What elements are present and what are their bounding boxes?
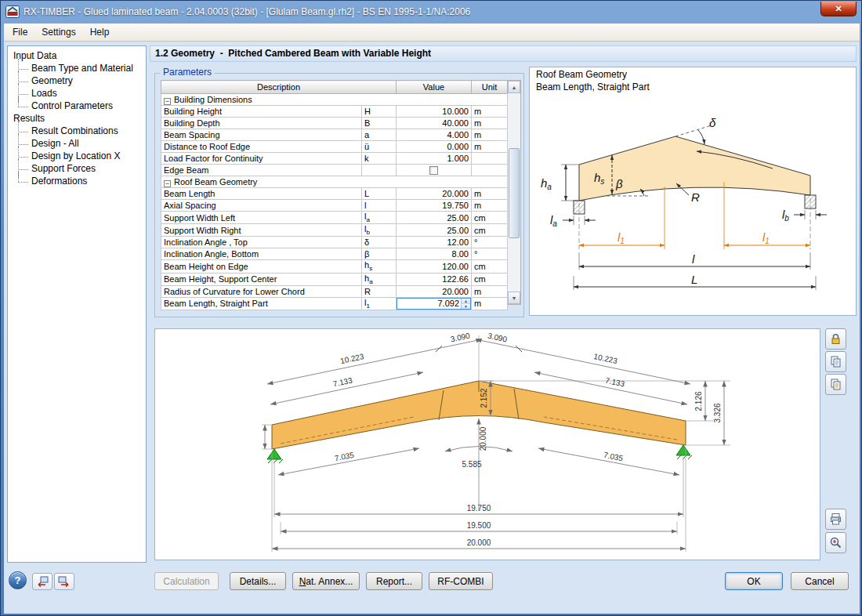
parameter-row[interactable]: Edge Beam — [161, 165, 508, 176]
save-view-button[interactable] — [825, 374, 846, 395]
sidebar-item-deformations[interactable]: Deformations — [8, 175, 146, 187]
label-R: R — [691, 190, 700, 204]
menu-file[interactable]: File — [5, 24, 34, 41]
param-value[interactable]: 20.000 — [397, 285, 472, 297]
parameter-group-row[interactable]: −Building Dimensions — [161, 94, 508, 106]
param-value[interactable]: 40.000 — [397, 118, 472, 129]
titlebar[interactable]: RX-TIMBER - Glued laminated beam - 2.04.… — [1, 1, 861, 23]
print-graphic-button[interactable] — [825, 509, 846, 530]
parameters-label: Parameters — [160, 67, 215, 78]
copy-page-icon — [829, 355, 842, 368]
help-button[interactable]: ? — [9, 571, 27, 589]
param-value[interactable]: 25.00 — [397, 224, 472, 237]
dim-arc-length: 5.585 — [462, 460, 481, 469]
nav-next-button[interactable] — [54, 573, 74, 590]
calculation-button[interactable]: Calculation — [154, 572, 219, 590]
parameter-row[interactable]: Beam Height, Support Centerha122.66cm — [161, 273, 508, 285]
parameter-row[interactable]: Support Width Leftla25.00cm — [161, 212, 508, 224]
param-symbol: ü — [362, 141, 397, 153]
parameter-row[interactable]: Beam LengthL20.000m — [161, 188, 508, 200]
param-description: Edge Beam — [161, 165, 362, 176]
content-header: 1.2 Geometry - Pitched Cambered Beam wit… — [150, 45, 857, 62]
label-beta: β — [615, 177, 623, 190]
parameter-row[interactable]: Axial Spacingl19.750m — [161, 200, 508, 212]
param-value[interactable]: 0.000 — [397, 141, 472, 153]
copy-view-button[interactable] — [825, 351, 846, 372]
scroll-up-icon: ▲ — [512, 85, 517, 90]
scroll-down-button[interactable]: ▼ — [508, 292, 520, 304]
window-title: RX-TIMBER - Glued laminated beam - 2.04.… — [24, 6, 470, 17]
parameter-row[interactable]: Inclination Angle, Bottomβ8.00° — [161, 248, 508, 260]
param-value-cell — [397, 165, 472, 176]
sidebar-item-design-by-location-x[interactable]: Design by Location X — [8, 150, 146, 162]
param-value[interactable]: 1.000 — [397, 153, 472, 165]
param-description: Axial Spacing — [161, 200, 362, 212]
param-value[interactable]: 122.66 — [397, 273, 472, 285]
cancel-button[interactable]: Cancel — [791, 572, 849, 590]
parameter-row[interactable]: Inclination Angle , Topδ12.00° — [161, 237, 508, 248]
param-value[interactable]: 4.000 — [397, 129, 472, 141]
edge-beam-checkbox[interactable] — [429, 166, 438, 175]
param-value[interactable]: 8.00 — [397, 248, 472, 260]
zoom-extents-button[interactable] — [825, 532, 846, 553]
sidebar-item-geometry[interactable]: Geometry — [8, 74, 146, 87]
param-symbol: R — [362, 285, 397, 297]
parameter-row[interactable]: Building HeightH10.000m — [161, 106, 508, 118]
parameter-row[interactable]: Beam Length, Straight Partl17.092▲▼m — [161, 297, 508, 310]
parameter-row[interactable]: Building DepthB40.000m — [161, 118, 508, 129]
collapse-icon[interactable]: − — [164, 98, 171, 105]
sidebar-item-control-parameters[interactable]: Control Parameters — [8, 100, 146, 112]
parameter-row[interactable]: Distance to Roof Edgeü0.000m — [161, 141, 508, 153]
parameter-row[interactable]: Beam Height on Edgehs120.00cm — [161, 260, 508, 273]
param-value[interactable]: 120.00 — [397, 260, 472, 273]
menu-help[interactable]: Help — [83, 24, 117, 41]
spinner-up-button[interactable]: ▲ — [462, 299, 470, 304]
nat-annex-button[interactable]: Nat. Annex... — [292, 572, 360, 590]
scroll-up-button[interactable]: ▲ — [508, 81, 520, 93]
rf-combi-button[interactable]: RF-COMBI — [429, 572, 493, 590]
parameter-row[interactable]: Radius of Curvature for Lower ChordR20.0… — [161, 285, 508, 297]
close-button[interactable]: ✕ — [820, 2, 857, 16]
sidebar-section-input-data[interactable]: Input Data — [8, 49, 146, 62]
window-arrow-right-icon — [58, 576, 71, 587]
diagram-subtitle: Beam Length, Straight Part — [530, 80, 856, 92]
sidebar-item-support-forces[interactable]: Support Forces — [8, 162, 146, 175]
sidebar-item-result-combinations[interactable]: Result Combinations — [8, 125, 146, 137]
parameters-scrollbar[interactable]: ▲ ▼ — [508, 80, 521, 305]
spinner-down-button[interactable]: ▼ — [462, 304, 470, 309]
diagram-title: Roof Beam Geometry — [530, 67, 856, 80]
scrollbar-thumb[interactable] — [509, 148, 520, 238]
nav-previous-button[interactable] — [32, 573, 53, 590]
lock-button[interactable] — [825, 328, 846, 350]
scrollbar-track[interactable] — [508, 93, 520, 292]
param-value[interactable]: 12.00 — [397, 237, 472, 248]
sidebar-item-design-all[interactable]: Design - All — [8, 137, 146, 150]
column-header-value[interactable]: Value — [397, 81, 472, 94]
param-description: Radius of Curvature for Lower Chord — [161, 285, 362, 297]
ok-button[interactable]: OK — [725, 572, 783, 590]
sidebar-item-beam-type-and-material[interactable]: Beam Type and Material — [8, 62, 146, 74]
parameter-group-row[interactable]: −Roof Beam Geometry — [161, 176, 508, 188]
parameter-row[interactable]: Beam Spacinga4.000m — [161, 129, 508, 141]
param-value[interactable]: 20.000 — [397, 188, 472, 200]
param-description: Inclination Angle, Bottom — [161, 248, 362, 260]
value-spinner[interactable]: 7.092▲▼ — [397, 298, 471, 310]
dim-right-total: 3.326 — [713, 403, 722, 422]
details-button[interactable]: Details... — [230, 572, 286, 590]
param-value[interactable]: 19.750 — [397, 200, 472, 212]
param-symbol: a — [362, 129, 397, 141]
spinner-value[interactable]: 7.092 — [397, 299, 461, 309]
collapse-icon[interactable]: − — [164, 180, 171, 187]
report-button[interactable]: Report... — [366, 572, 422, 590]
parameter-row[interactable]: Support Width Rightlb25.00cm — [161, 224, 508, 237]
column-header-unit[interactable]: Unit — [472, 81, 508, 94]
param-unit: cm — [472, 224, 508, 237]
param-value[interactable]: 10.000 — [397, 106, 472, 118]
menu-settings[interactable]: Settings — [34, 24, 82, 41]
copy-page-icon — [829, 378, 842, 391]
column-header-description[interactable]: Description — [161, 81, 397, 94]
param-value[interactable]: 25.00 — [397, 212, 472, 224]
parameter-row[interactable]: Load Factor for Continuityk1.000 — [161, 153, 508, 165]
sidebar-item-loads[interactable]: Loads — [8, 87, 146, 100]
sidebar-section-results[interactable]: Results — [8, 112, 146, 125]
